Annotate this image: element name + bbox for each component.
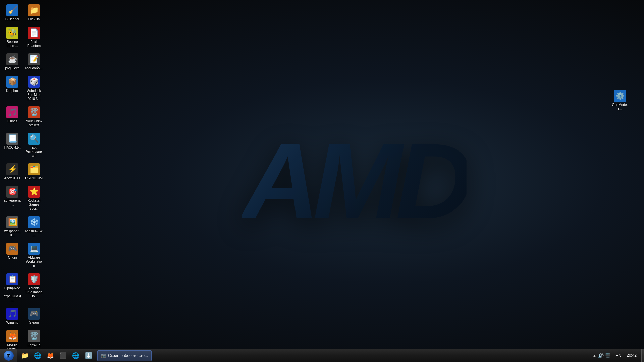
- juridic-icon-label: Юридичес... страница.д...: [4, 286, 21, 302]
- beeline-icon-emoji: 🐝: [8, 28, 17, 37]
- vmware-icon-emoji: 💻: [30, 244, 39, 253]
- tray-volume-icon[interactable]: 🔊: [598, 353, 604, 358]
- firefox-icon-emoji: 🦊: [8, 332, 17, 341]
- taskbar-active-window-label: Скрин рабочего сто...: [108, 353, 148, 358]
- desktop-icon-winamp[interactable]: 🎵Winamp: [2, 306, 22, 327]
- apexdc-icon-img: ⚡: [6, 163, 18, 175]
- origin-icon-emoji: 🎮: [8, 244, 17, 253]
- desktop: 🧹CCleaner📁FileZilla🐝Beeline Intern...📄Fo…: [0, 0, 644, 362]
- autodesk-icon-emoji: 🎲: [30, 77, 39, 86]
- desktop-icon-redsn0w[interactable]: ❄️redsn0w_w...: [24, 214, 44, 239]
- start-orb: ⊞: [4, 351, 14, 361]
- desktop-icon-vmware[interactable]: 💻VMware Workstation: [24, 241, 44, 270]
- desktop-icon-strikearena[interactable]: 🎯strikearena....: [2, 184, 22, 213]
- rockstar-icon-label: Rockstar Games Soci...: [25, 199, 43, 211]
- desktop-icon-govnoobo[interactable]: 📝говнообо...: [24, 51, 44, 72]
- foxit-icon-emoji: 📄: [30, 28, 39, 37]
- paccii-icon-img: 📃: [6, 133, 18, 145]
- system-clock[interactable]: 20:42: [625, 353, 639, 358]
- desktop-icon-itunes[interactable]: 🎵iTunes: [2, 104, 22, 129]
- korzina-icon-img: 🗑️: [28, 330, 40, 342]
- vmware-icon-img: 💻: [28, 243, 40, 255]
- taskbar-right-area: ▲ 🔊 🖥️ EN 20:42: [588, 349, 641, 362]
- paccii-icon-label: ПАССИ.txt: [4, 146, 21, 150]
- taskbar-ie-icon[interactable]: 🌐: [32, 350, 44, 362]
- godmode-icon-area: ⚙️ GodMode.(...: [609, 87, 631, 114]
- taskbar-active-window[interactable]: 📷 Скрин рабочего сто...: [97, 350, 152, 361]
- taskbar-explorer-icon[interactable]: 📁: [19, 350, 31, 362]
- taskbar-network-icon[interactable]: 🌐: [70, 350, 82, 362]
- ebt-icon-label: Ebt Антиплагиат: [25, 146, 43, 158]
- psdshniki-icon-label: PSD'шники: [25, 176, 43, 180]
- apexdc-icon-label: ApexDC++: [4, 176, 21, 180]
- desktop-icon-wallpaper0[interactable]: 🖼️wallpaper_0...: [2, 214, 22, 239]
- rockstar-icon-img: ⭐: [28, 186, 40, 198]
- clock-time: 20:42: [627, 353, 637, 358]
- taskbar: ⊞ 📁 🌐 🦊 ⬛ 🌐 ⬇️ 📷 Скрин рабочего сто... ▲…: [0, 349, 644, 362]
- taskbar-firefox-icon[interactable]: 🦊: [44, 350, 56, 362]
- desktop-icon-godmode[interactable]: ⚙️ GodMode.(...: [610, 88, 630, 113]
- desktop-icon-uninstaller[interactable]: 🗑️Your Unin-staller!: [24, 104, 44, 129]
- desktop-icon-ccleaner[interactable]: 🧹CCleaner: [2, 2, 22, 23]
- desktop-icon-paccii[interactable]: 📃ПАССИ.txt: [2, 131, 22, 160]
- autodesk-icon-label: Autodesk 3ds Max 2010 3...: [25, 89, 43, 101]
- taskbar-download-icon[interactable]: ⬇️: [83, 350, 95, 362]
- beeline-icon-img: 🐝: [6, 27, 18, 39]
- juridic-icon-emoji: 📋: [8, 275, 17, 284]
- psdshniki-icon-emoji: 🗂️: [30, 165, 39, 174]
- autodesk-icon-img: 🎲: [28, 76, 40, 88]
- steam-icon-label: Steam: [29, 321, 39, 325]
- desktop-icon-beeline[interactable]: 🐝Beeline Intern...: [2, 25, 22, 50]
- foxit-icon-label: Foxit Phantom: [25, 40, 43, 48]
- taskbar-active-window-icon: 📷: [101, 353, 106, 358]
- desktop-icon-origin[interactable]: 🎮Origin: [2, 241, 22, 270]
- uninstaller-icon-emoji: 🗑️: [30, 108, 39, 117]
- desktop-icon-jd-gui[interactable]: ☕jd-gui.exe: [2, 51, 22, 72]
- vmware-icon-label: VMware Workstation: [25, 256, 43, 268]
- wallpaper0-icon-emoji: 🖼️: [8, 218, 17, 227]
- tray-expand-icon[interactable]: ▲: [592, 353, 597, 358]
- rockstar-icon-emoji: ⭐: [30, 187, 39, 196]
- psdshniki-icon-img: 🗂️: [28, 163, 40, 175]
- start-button[interactable]: ⊞: [0, 349, 17, 362]
- redsn0w-icon-label: redsn0w_w...: [25, 229, 43, 237]
- ebt-icon-emoji: 🔍: [30, 134, 39, 143]
- desktop-icon-filezilla[interactable]: 📁FileZilla: [24, 2, 44, 23]
- desktop-icon-acronis[interactable]: 🛡️Acronis True Image Ho...: [24, 271, 44, 304]
- dropbox-icon-emoji: 📦: [8, 77, 17, 86]
- jd-gui-icon-emoji: ☕: [8, 55, 17, 64]
- filezilla-icon-img: 📁: [28, 4, 40, 16]
- taskbar-cmd-icon[interactable]: ⬛: [57, 350, 69, 362]
- filezilla-icon-label: FileZilla: [28, 17, 40, 21]
- desktop-icon-juridic[interactable]: 📋Юридичес... страница.д...: [2, 271, 22, 304]
- foxit-icon-img: 📄: [28, 27, 40, 39]
- desktop-icon-autodesk[interactable]: 🎲Autodesk 3ds Max 2010 3...: [24, 74, 44, 103]
- desktop-icons-area: 🧹CCleaner📁FileZilla🐝Beeline Intern...📄Fo…: [0, 0, 64, 362]
- acronis-icon-label: Acronis True Image Ho...: [25, 286, 43, 298]
- paccii-icon-emoji: 📃: [8, 134, 17, 143]
- wallpaper0-icon-label: wallpaper_0...: [4, 229, 21, 237]
- desktop-icon-dropbox[interactable]: 📦Dropbox: [2, 74, 22, 103]
- desktop-icon-ebt[interactable]: 🔍Ebt Антиплагиат: [24, 131, 44, 160]
- beeline-icon-label: Beeline Intern...: [4, 40, 21, 48]
- show-desktop-button[interactable]: [641, 349, 644, 362]
- uninstaller-icon-label: Your Unin-staller!: [25, 119, 43, 127]
- korzina-icon-label: Корзина: [28, 343, 40, 347]
- ccleaner-icon-img: 🧹: [6, 4, 18, 16]
- godmode-icon-label: GodMode.(...: [611, 103, 629, 111]
- origin-icon-label: Origin: [8, 256, 17, 260]
- godmode-icon-img: ⚙️: [614, 90, 626, 102]
- korzina-icon-emoji: 🗑️: [30, 332, 39, 341]
- ebt-icon-img: 🔍: [28, 133, 40, 145]
- desktop-icon-psdshniki[interactable]: 🗂️PSD'шники: [24, 161, 44, 182]
- desktop-icon-foxit[interactable]: 📄Foxit Phantom: [24, 25, 44, 50]
- desktop-icon-apexdc[interactable]: ⚡ApexDC++: [2, 161, 22, 182]
- desktop-icon-steam[interactable]: 🎮Steam: [24, 306, 44, 327]
- desktop-icon-rockstar[interactable]: ⭐Rockstar Games Soci...: [24, 184, 44, 213]
- dropbox-icon-label: Dropbox: [6, 89, 19, 93]
- language-indicator[interactable]: EN: [614, 353, 623, 359]
- steam-icon-emoji: 🎮: [30, 309, 39, 318]
- tray-display-icon[interactable]: 🖥️: [605, 353, 611, 358]
- origin-icon-img: 🎮: [6, 243, 18, 255]
- juridic-icon-img: 📋: [6, 273, 18, 285]
